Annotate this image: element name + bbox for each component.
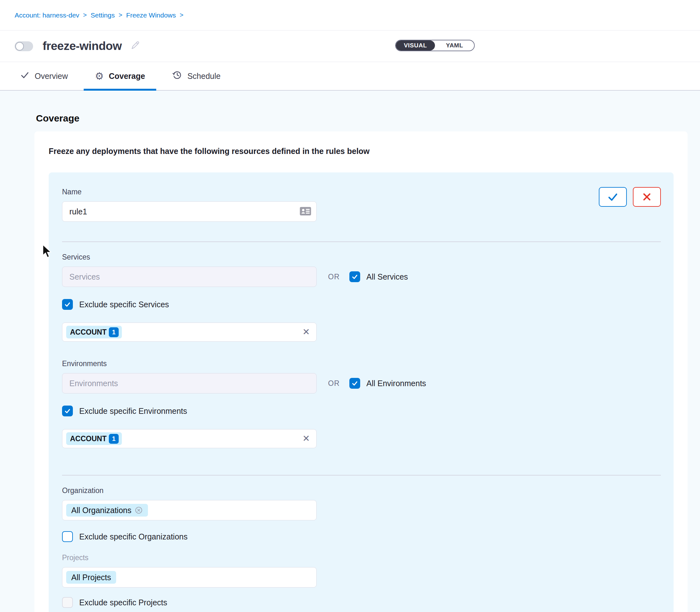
coverage-card: Freeze any deployments that have the fol… (35, 131, 688, 612)
exclude-projects-checkbox[interactable] (62, 597, 73, 608)
coverage-description: Freeze any deployments that have the fol… (49, 147, 673, 156)
rule-actions (599, 187, 661, 207)
title-bar: freeze-window VISUAL YAML (0, 30, 700, 62)
check-icon (606, 191, 619, 203)
remove-chip-icon[interactable] (135, 506, 143, 514)
clear-environments-icon[interactable]: ✕ (303, 434, 310, 443)
environments-label: Environments (62, 359, 660, 368)
tab-label: Overview (35, 72, 68, 81)
breadcrumb: Account: harness-dev > Settings > Freeze… (0, 0, 700, 30)
excluded-environments-chip[interactable]: ACCOUNT 1 (66, 432, 122, 445)
organization-field[interactable]: All Organizations (62, 500, 317, 520)
exclude-services-checkbox[interactable] (62, 299, 73, 310)
tab-bar: Overview ⚙ Coverage Schedule (0, 62, 700, 91)
tab-label: Schedule (188, 72, 220, 81)
or-label: OR (328, 273, 340, 281)
check-icon (64, 407, 71, 415)
id-card-icon (299, 206, 312, 218)
visual-toggle-button[interactable]: VISUAL (396, 40, 435, 51)
all-projects-chip: All Projects (66, 571, 116, 584)
coverage-heading: Coverage (36, 113, 700, 124)
delete-rule-button[interactable] (633, 187, 661, 207)
tab-overview[interactable]: Overview (9, 62, 79, 90)
services-label: Services (62, 253, 660, 262)
all-organizations-chip[interactable]: All Organizations (66, 504, 148, 517)
projects-label: Projects (62, 554, 660, 562)
section-divider (62, 475, 661, 475)
chip-count-badge: 1 (109, 327, 119, 337)
coverage-page: Coverage Freeze any deployments that hav… (0, 113, 700, 612)
edit-title-icon[interactable] (130, 40, 141, 52)
clear-services-icon[interactable]: ✕ (303, 328, 310, 336)
freeze-enabled-toggle[interactable] (15, 41, 33, 51)
chip-label: All Organizations (71, 506, 132, 515)
yaml-toggle-button[interactable]: YAML (435, 40, 474, 51)
toggle-knob (15, 42, 24, 51)
chip-count-badge: 1 (109, 434, 119, 444)
excluded-services-field[interactable]: ACCOUNT 1 ✕ (62, 322, 317, 342)
name-label: Name (62, 188, 660, 196)
apply-rule-button[interactable] (599, 187, 627, 207)
all-services-label: All Services (367, 272, 408, 281)
exclude-organizations-checkbox[interactable] (62, 531, 73, 542)
exclude-projects-label: Exclude specific Projects (79, 598, 167, 607)
services-input[interactable] (62, 267, 317, 287)
visual-yaml-toggle: VISUAL YAML (395, 40, 475, 51)
close-icon (641, 191, 653, 203)
breadcrumb-separator: > (83, 12, 87, 19)
exclude-organizations-label: Exclude specific Organizations (79, 532, 188, 541)
section-divider (62, 241, 661, 242)
organization-label: Organization (62, 486, 660, 495)
projects-field[interactable]: All Projects (62, 567, 317, 587)
all-environments-checkbox[interactable] (349, 378, 360, 389)
mouse-cursor (42, 244, 53, 260)
environments-input[interactable] (62, 373, 317, 393)
breadcrumb-separator: > (119, 12, 123, 19)
exclude-environments-label: Exclude specific Environments (79, 406, 187, 416)
exclude-environments-checkbox[interactable] (62, 406, 73, 416)
schedule-icon (172, 70, 182, 82)
breadcrumb-freeze-windows-link[interactable]: Freeze Windows (126, 12, 176, 19)
page-title: freeze-window (43, 39, 122, 53)
active-tab-underline (84, 89, 156, 91)
breadcrumb-account-link[interactable]: Account: harness-dev (15, 12, 79, 19)
exclude-services-label: Exclude specific Services (79, 300, 169, 309)
tab-coverage[interactable]: ⚙ Coverage (84, 62, 156, 90)
all-services-checkbox[interactable] (349, 271, 360, 282)
check-icon (351, 380, 358, 387)
breadcrumb-settings-link[interactable]: Settings (91, 12, 115, 19)
all-environments-label: All Environments (367, 379, 426, 388)
chip-label: ACCOUNT (70, 328, 107, 336)
tab-label: Coverage (109, 72, 145, 81)
rule-name-input[interactable] (62, 201, 317, 222)
check-icon (351, 273, 358, 280)
check-icon (64, 301, 71, 308)
check-icon (20, 70, 30, 82)
gear-icon: ⚙ (95, 71, 104, 81)
freeze-rule-panel: Name Services (49, 172, 674, 612)
breadcrumb-separator: > (180, 12, 183, 19)
tab-schedule[interactable]: Schedule (161, 62, 232, 90)
chip-label: ACCOUNT (70, 434, 107, 443)
excluded-environments-field[interactable]: ACCOUNT 1 ✕ (62, 429, 317, 448)
excluded-services-chip[interactable]: ACCOUNT 1 (66, 326, 122, 338)
chip-label: All Projects (71, 573, 111, 582)
or-label: OR (328, 379, 340, 388)
